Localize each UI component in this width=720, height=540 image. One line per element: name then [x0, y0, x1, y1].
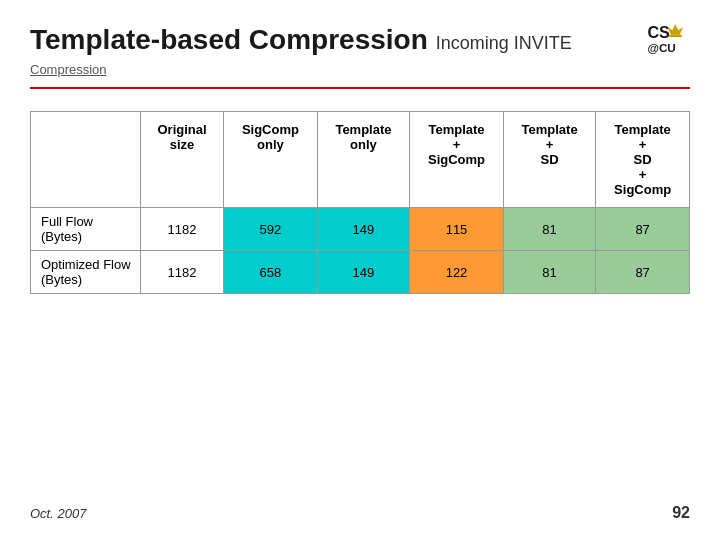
- table-row: Optimized Flow(Bytes) 1182 658 149 122 8…: [31, 251, 690, 294]
- table-header-sigcomp: SigComponly: [224, 112, 318, 208]
- cell-fullflow-template-sd-sigcomp: 87: [596, 208, 690, 251]
- svg-text:CS: CS: [647, 23, 670, 41]
- cell-optimized-sigcomp: 658: [224, 251, 318, 294]
- incoming-label: Incoming INVITE: [436, 33, 572, 54]
- svg-text:@CU: @CU: [647, 41, 675, 54]
- cell-optimized-template-sd: 81: [503, 251, 595, 294]
- subtitle: Compression: [30, 62, 107, 77]
- cell-optimized-original: 1182: [141, 251, 224, 294]
- row-label-optimizedflow: Optimized Flow(Bytes): [31, 251, 141, 294]
- footer-page: 92: [672, 504, 690, 522]
- table-header-template-sd: Template+SD: [503, 112, 595, 208]
- cell-optimized-template: 149: [317, 251, 409, 294]
- table-row: Full Flow(Bytes) 1182 592 149 115 81 87: [31, 208, 690, 251]
- table-header-row: Originalsize SigComponly Templateonly Te…: [31, 112, 690, 208]
- compression-table: Originalsize SigComponly Templateonly Te…: [30, 111, 690, 294]
- row-label-fullflow: Full Flow(Bytes): [31, 208, 141, 251]
- table-header-template: Templateonly: [317, 112, 409, 208]
- data-table-container: Originalsize SigComponly Templateonly Te…: [30, 111, 690, 294]
- footer-date: Oct. 2007: [30, 506, 86, 521]
- cell-fullflow-template: 149: [317, 208, 409, 251]
- page-title: Template-based Compression: [30, 24, 428, 56]
- cell-optimized-template-sigcomp: 122: [410, 251, 504, 294]
- table-header-original: Originalsize: [141, 112, 224, 208]
- table-header-template-sd-sigcomp: Template+SD+SigComp: [596, 112, 690, 208]
- logo: CS @CU: [646, 18, 690, 62]
- table-header-empty: [31, 112, 141, 208]
- red-divider: [30, 87, 690, 89]
- svg-marker-1: [668, 25, 683, 35]
- cell-fullflow-original: 1182: [141, 208, 224, 251]
- table-header-template-sigcomp: Template+SigComp: [410, 112, 504, 208]
- cell-fullflow-sigcomp: 592: [224, 208, 318, 251]
- cell-fullflow-template-sigcomp: 115: [410, 208, 504, 251]
- cell-optimized-template-sd-sigcomp: 87: [596, 251, 690, 294]
- cell-fullflow-template-sd: 81: [503, 208, 595, 251]
- footer: Oct. 2007 92: [30, 504, 690, 522]
- header: Template-based Compression Incoming INVI…: [0, 0, 720, 83]
- cs-cu-logo-icon: CS @CU: [646, 18, 690, 62]
- svg-rect-2: [669, 35, 682, 37]
